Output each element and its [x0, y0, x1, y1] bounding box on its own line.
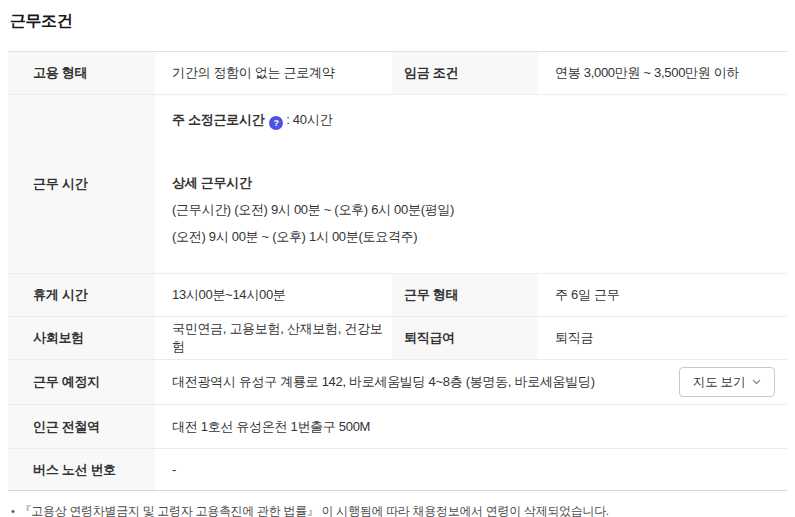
- label-social-insurance: 사회보험: [8, 317, 155, 359]
- label-break-time: 휴게 시간: [8, 274, 155, 316]
- table-row: 근무 시간 주 소정근로시간?: 40시간 상세 근무시간 (근무시간) (오전…: [8, 95, 787, 274]
- detail-hours-title: 상세 근무시간: [172, 169, 787, 196]
- value-break-time: 13시00분~14시00분: [155, 274, 392, 316]
- table-row: 휴게 시간 13시00분~14시00분 근무 형태 주 6일 근무: [8, 274, 787, 317]
- detail-hours-line2: (오전) 9시 00분 ~ (오후) 1시 00분(토요격주): [172, 223, 787, 250]
- value-nearby-subway: 대전 1호선 유성온천 1번출구 500M: [155, 405, 787, 448]
- table-row: 근무 예정지 대전광역시 유성구 계룡로 142, 바로세움빌딩 4~8층 (봉…: [8, 360, 787, 405]
- value-employment-type: 기간의 정함이 없는 근로계약: [155, 52, 392, 94]
- detail-hours-block: 상세 근무시간 (근무시간) (오전) 9시 00분 ~ (오후) 6시 00분…: [172, 169, 787, 250]
- value-social-insurance: 국민연금, 고용보험, 산재보험, 건강보험: [155, 317, 392, 359]
- value-bus-route: -: [155, 449, 787, 490]
- legal-footnote: •『고용상 연령차별금지 및 고령자 고용촉진에 관한 법률』 이 시행됨에 따…: [8, 503, 787, 517]
- help-icon[interactable]: ?: [269, 116, 283, 130]
- value-work-location-cell: 대전광역시 유성구 계룡로 142, 바로세움빌딩 4~8층 (봉명동, 바로세…: [155, 360, 787, 404]
- value-work-type: 주 6일 근무: [538, 274, 787, 316]
- label-bus-route: 버스 노선 번호: [8, 449, 155, 490]
- label-wage-condition: 임금 조건: [392, 52, 538, 94]
- table-row: 버스 노선 번호 -: [8, 449, 787, 490]
- weekly-hours-line: 주 소정근로시간?: 40시간: [172, 109, 787, 130]
- label-retirement-benefit: 퇴직급여: [392, 317, 538, 359]
- bullet-icon: •: [11, 505, 15, 517]
- value-work-hours: 주 소정근로시간?: 40시간 상세 근무시간 (근무시간) (오전) 9시 0…: [155, 95, 787, 273]
- working-conditions-section: 근무조건 고용 형태 기간의 정함이 없는 근로계약 임금 조건 연봉 3,00…: [0, 0, 795, 517]
- label-work-location: 근무 예정지: [8, 360, 155, 404]
- help-icon-glyph: ?: [274, 116, 279, 130]
- table-row: 고용 형태 기간의 정함이 없는 근로계약 임금 조건 연봉 3,000만원 ~…: [8, 52, 787, 95]
- table-row: 사회보험 국민연금, 고용보험, 산재보험, 건강보험 퇴직급여 퇴직금: [8, 317, 787, 360]
- weekly-hours-label: 주 소정근로시간: [172, 112, 264, 127]
- weekly-hours-value: : 40시간: [286, 112, 332, 127]
- value-wage-condition: 연봉 3,000만원 ~ 3,500만원 이하: [538, 52, 787, 94]
- work-location-text: 대전광역시 유성구 계룡로 142, 바로세움빌딩 4~8층 (봉명동, 바로세…: [172, 373, 595, 391]
- label-nearby-subway: 인근 전철역: [8, 405, 155, 448]
- legal-footnote-text: 『고용상 연령차별금지 및 고령자 고용촉진에 관한 법률』 이 시행됨에 따라…: [20, 504, 609, 517]
- detail-hours-line1: (근무시간) (오전) 9시 00분 ~ (오후) 6시 00분(평일): [172, 196, 787, 223]
- label-work-hours: 근무 시간: [8, 95, 155, 273]
- view-map-button-label: 지도 보기: [693, 374, 745, 391]
- table-row: 인근 전철역 대전 1호선 유성온천 1번출구 500M: [8, 405, 787, 449]
- page-title: 근무조건: [10, 11, 787, 32]
- label-employment-type: 고용 형태: [8, 52, 155, 94]
- value-retirement-benefit: 퇴직금: [538, 317, 787, 359]
- chevron-down-icon: [752, 379, 761, 385]
- conditions-table: 고용 형태 기간의 정함이 없는 근로계약 임금 조건 연봉 3,000만원 ~…: [8, 51, 787, 491]
- view-map-button[interactable]: 지도 보기: [679, 367, 775, 397]
- label-work-type: 근무 형태: [392, 274, 538, 316]
